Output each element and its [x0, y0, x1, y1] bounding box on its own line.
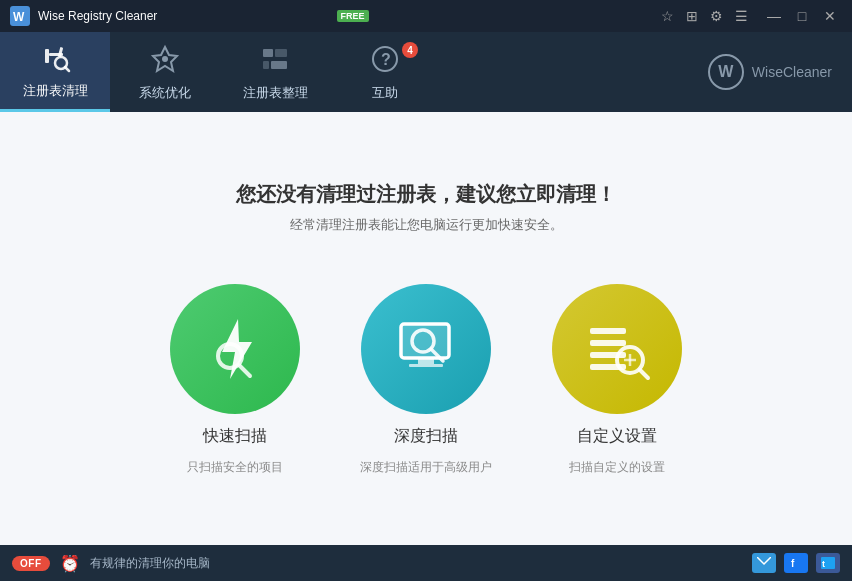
- titlebar: W Wise Registry Cleaner FREE ☆ ⊞ ⚙ ☰ — □…: [0, 0, 852, 32]
- custom-settings-option[interactable]: 自定义设置 扫描自定义的设置: [552, 284, 682, 476]
- status-text: 有规律的清理你的电脑: [90, 555, 743, 572]
- svg-marker-15: [222, 319, 252, 379]
- settings-icon[interactable]: ⚙: [710, 8, 723, 24]
- deep-scan-title: 深度扫描: [394, 426, 458, 447]
- share-icon[interactable]: f: [784, 553, 808, 573]
- nav-registry-defrag-label: 注册表整理: [243, 84, 308, 102]
- custom-settings-desc: 扫描自定义的设置: [569, 459, 665, 476]
- nav-help-label: 互助: [372, 84, 398, 102]
- svg-rect-11: [263, 61, 269, 69]
- wisecleaner-logo[interactable]: W WiseCleaner: [708, 54, 832, 90]
- free-badge: FREE: [337, 10, 369, 22]
- statusbar-right: f t: [752, 553, 840, 573]
- nav-registry-clean-label: 注册表清理: [23, 82, 88, 100]
- main-subheadline: 经常清理注册表能让您电脑运行更加快速安全。: [290, 216, 563, 234]
- menu-icon[interactable]: ☰: [735, 8, 748, 24]
- logo-text: WiseCleaner: [752, 64, 832, 80]
- svg-rect-24: [590, 328, 626, 334]
- statusbar: OFF ⏰ 有规律的清理你的电脑 f t: [0, 545, 852, 581]
- grid-icon[interactable]: ⊞: [686, 8, 698, 24]
- svg-line-6: [65, 67, 69, 71]
- toggle-button[interactable]: OFF: [12, 556, 50, 571]
- help-icon: ?: [369, 43, 401, 80]
- logo-circle: W: [708, 54, 744, 90]
- clock-icon: ⏰: [60, 554, 80, 573]
- nav-registry-clean[interactable]: 注册表清理: [0, 32, 110, 112]
- svg-text:?: ?: [381, 51, 391, 68]
- svg-rect-10: [275, 49, 287, 57]
- svg-rect-20: [418, 358, 434, 364]
- svg-rect-25: [590, 340, 626, 346]
- scan-options: 快速扫描 只扫描安全的项目 深度扫描 深度扫描适用于高级用户: [170, 284, 682, 476]
- system-optimize-icon: [149, 43, 181, 80]
- svg-line-17: [239, 365, 250, 376]
- quick-scan-title: 快速扫描: [203, 426, 267, 447]
- svg-text:t: t: [822, 559, 825, 569]
- svg-rect-2: [45, 49, 49, 63]
- custom-settings-title: 自定义设置: [577, 426, 657, 447]
- navbar-right: W WiseCleaner: [440, 32, 852, 112]
- nav-help[interactable]: ? 4 互助: [330, 32, 440, 112]
- svg-rect-21: [409, 364, 443, 367]
- email-icon[interactable]: [752, 553, 776, 573]
- main-headline: 您还没有清理过注册表，建议您立即清理！: [236, 181, 616, 208]
- nav-system-optimize[interactable]: 系统优化: [110, 32, 220, 112]
- svg-line-29: [640, 370, 648, 378]
- quick-scan-desc: 只扫描安全的项目: [187, 459, 283, 476]
- deep-scan-option[interactable]: 深度扫描 深度扫描适用于高级用户: [360, 284, 492, 476]
- custom-settings-circle[interactable]: [552, 284, 682, 414]
- close-button[interactable]: ✕: [816, 2, 844, 30]
- svg-text:W: W: [13, 10, 25, 24]
- minimize-button[interactable]: —: [760, 2, 788, 30]
- main-content: 您还没有清理过注册表，建议您立即清理！ 经常清理注册表能让您电脑运行更加快速安全…: [0, 112, 852, 545]
- nav-registry-defrag[interactable]: 注册表整理: [220, 32, 330, 112]
- nav-system-optimize-label: 系统优化: [139, 84, 191, 102]
- app-title: Wise Registry Cleaner: [38, 9, 331, 23]
- svg-rect-12: [271, 61, 287, 69]
- deep-scan-desc: 深度扫描适用于高级用户: [360, 459, 492, 476]
- svg-point-8: [162, 56, 168, 62]
- twitter-icon[interactable]: t: [816, 553, 840, 573]
- deep-scan-circle[interactable]: [361, 284, 491, 414]
- help-badge: 4: [402, 42, 418, 58]
- app-icon: W: [8, 4, 32, 28]
- quick-scan-circle[interactable]: [170, 284, 300, 414]
- svg-rect-9: [263, 49, 273, 57]
- quick-scan-option[interactable]: 快速扫描 只扫描安全的项目: [170, 284, 300, 476]
- registry-clean-icon: [39, 41, 71, 78]
- registry-defrag-icon: [259, 43, 291, 80]
- bookmark-icon[interactable]: ☆: [661, 8, 674, 24]
- maximize-button[interactable]: □: [788, 2, 816, 30]
- navbar: 注册表清理 系统优化 注册表整理 ?: [0, 32, 852, 112]
